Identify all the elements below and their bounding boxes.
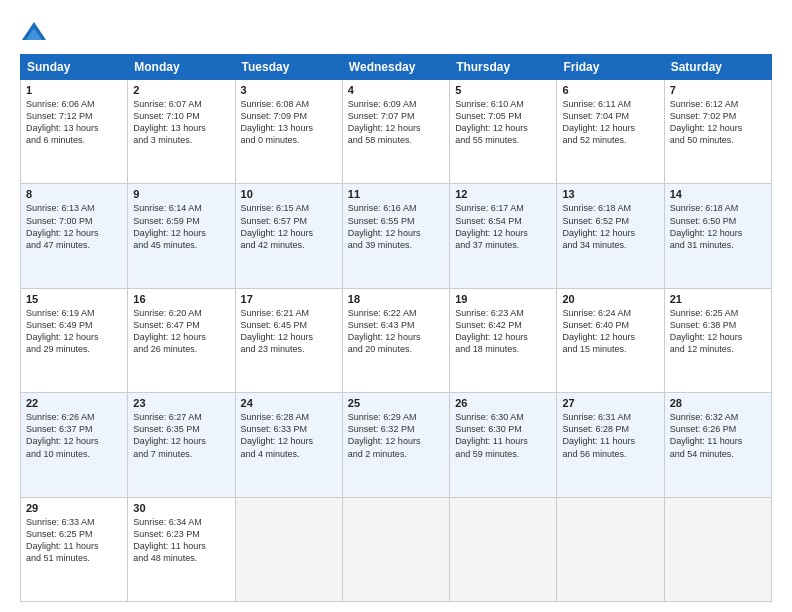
day-cell: 15Sunrise: 6:19 AMSunset: 6:49 PMDayligh… bbox=[21, 288, 128, 392]
calendar-table: SundayMondayTuesdayWednesdayThursdayFrid… bbox=[20, 54, 772, 602]
day-number: 11 bbox=[348, 188, 444, 200]
day-number: 17 bbox=[241, 293, 337, 305]
day-cell: 29Sunrise: 6:33 AMSunset: 6:25 PMDayligh… bbox=[21, 497, 128, 601]
day-details: Sunrise: 6:06 AMSunset: 7:12 PMDaylight:… bbox=[26, 98, 122, 147]
day-cell bbox=[342, 497, 449, 601]
day-details: Sunrise: 6:20 AMSunset: 6:47 PMDaylight:… bbox=[133, 307, 229, 356]
day-details: Sunrise: 6:14 AMSunset: 6:59 PMDaylight:… bbox=[133, 202, 229, 251]
header-row: SundayMondayTuesdayWednesdayThursdayFrid… bbox=[21, 55, 772, 80]
day-number: 8 bbox=[26, 188, 122, 200]
day-details: Sunrise: 6:17 AMSunset: 6:54 PMDaylight:… bbox=[455, 202, 551, 251]
day-details: Sunrise: 6:33 AMSunset: 6:25 PMDaylight:… bbox=[26, 516, 122, 565]
day-details: Sunrise: 6:11 AMSunset: 7:04 PMDaylight:… bbox=[562, 98, 658, 147]
day-details: Sunrise: 6:27 AMSunset: 6:35 PMDaylight:… bbox=[133, 411, 229, 460]
day-details: Sunrise: 6:07 AMSunset: 7:10 PMDaylight:… bbox=[133, 98, 229, 147]
day-number: 7 bbox=[670, 84, 766, 96]
day-number: 27 bbox=[562, 397, 658, 409]
day-details: Sunrise: 6:32 AMSunset: 6:26 PMDaylight:… bbox=[670, 411, 766, 460]
day-number: 5 bbox=[455, 84, 551, 96]
week-row-5: 29Sunrise: 6:33 AMSunset: 6:25 PMDayligh… bbox=[21, 497, 772, 601]
day-cell bbox=[235, 497, 342, 601]
day-number: 26 bbox=[455, 397, 551, 409]
header bbox=[20, 18, 772, 46]
day-cell: 4Sunrise: 6:09 AMSunset: 7:07 PMDaylight… bbox=[342, 80, 449, 184]
day-cell: 10Sunrise: 6:15 AMSunset: 6:57 PMDayligh… bbox=[235, 184, 342, 288]
day-cell: 27Sunrise: 6:31 AMSunset: 6:28 PMDayligh… bbox=[557, 393, 664, 497]
day-details: Sunrise: 6:34 AMSunset: 6:23 PMDaylight:… bbox=[133, 516, 229, 565]
day-cell bbox=[450, 497, 557, 601]
day-details: Sunrise: 6:12 AMSunset: 7:02 PMDaylight:… bbox=[670, 98, 766, 147]
day-number: 16 bbox=[133, 293, 229, 305]
day-number: 18 bbox=[348, 293, 444, 305]
week-row-3: 15Sunrise: 6:19 AMSunset: 6:49 PMDayligh… bbox=[21, 288, 772, 392]
day-cell: 2Sunrise: 6:07 AMSunset: 7:10 PMDaylight… bbox=[128, 80, 235, 184]
day-details: Sunrise: 6:08 AMSunset: 7:09 PMDaylight:… bbox=[241, 98, 337, 147]
day-details: Sunrise: 6:31 AMSunset: 6:28 PMDaylight:… bbox=[562, 411, 658, 460]
day-cell: 12Sunrise: 6:17 AMSunset: 6:54 PMDayligh… bbox=[450, 184, 557, 288]
day-cell: 5Sunrise: 6:10 AMSunset: 7:05 PMDaylight… bbox=[450, 80, 557, 184]
day-details: Sunrise: 6:25 AMSunset: 6:38 PMDaylight:… bbox=[670, 307, 766, 356]
day-details: Sunrise: 6:13 AMSunset: 7:00 PMDaylight:… bbox=[26, 202, 122, 251]
day-details: Sunrise: 6:23 AMSunset: 6:42 PMDaylight:… bbox=[455, 307, 551, 356]
day-details: Sunrise: 6:28 AMSunset: 6:33 PMDaylight:… bbox=[241, 411, 337, 460]
day-details: Sunrise: 6:22 AMSunset: 6:43 PMDaylight:… bbox=[348, 307, 444, 356]
day-cell: 21Sunrise: 6:25 AMSunset: 6:38 PMDayligh… bbox=[664, 288, 771, 392]
day-details: Sunrise: 6:21 AMSunset: 6:45 PMDaylight:… bbox=[241, 307, 337, 356]
day-cell: 16Sunrise: 6:20 AMSunset: 6:47 PMDayligh… bbox=[128, 288, 235, 392]
day-cell bbox=[664, 497, 771, 601]
day-number: 6 bbox=[562, 84, 658, 96]
week-row-2: 8Sunrise: 6:13 AMSunset: 7:00 PMDaylight… bbox=[21, 184, 772, 288]
day-cell: 23Sunrise: 6:27 AMSunset: 6:35 PMDayligh… bbox=[128, 393, 235, 497]
day-number: 4 bbox=[348, 84, 444, 96]
day-cell: 25Sunrise: 6:29 AMSunset: 6:32 PMDayligh… bbox=[342, 393, 449, 497]
day-cell: 13Sunrise: 6:18 AMSunset: 6:52 PMDayligh… bbox=[557, 184, 664, 288]
day-details: Sunrise: 6:15 AMSunset: 6:57 PMDaylight:… bbox=[241, 202, 337, 251]
day-number: 12 bbox=[455, 188, 551, 200]
day-number: 14 bbox=[670, 188, 766, 200]
day-number: 1 bbox=[26, 84, 122, 96]
day-number: 23 bbox=[133, 397, 229, 409]
day-number: 2 bbox=[133, 84, 229, 96]
week-row-1: 1Sunrise: 6:06 AMSunset: 7:12 PMDaylight… bbox=[21, 80, 772, 184]
day-number: 21 bbox=[670, 293, 766, 305]
day-details: Sunrise: 6:24 AMSunset: 6:40 PMDaylight:… bbox=[562, 307, 658, 356]
day-details: Sunrise: 6:18 AMSunset: 6:50 PMDaylight:… bbox=[670, 202, 766, 251]
day-number: 22 bbox=[26, 397, 122, 409]
col-header-sunday: Sunday bbox=[21, 55, 128, 80]
week-row-4: 22Sunrise: 6:26 AMSunset: 6:37 PMDayligh… bbox=[21, 393, 772, 497]
logo-icon bbox=[20, 18, 48, 46]
day-cell: 1Sunrise: 6:06 AMSunset: 7:12 PMDaylight… bbox=[21, 80, 128, 184]
day-cell: 20Sunrise: 6:24 AMSunset: 6:40 PMDayligh… bbox=[557, 288, 664, 392]
day-cell: 19Sunrise: 6:23 AMSunset: 6:42 PMDayligh… bbox=[450, 288, 557, 392]
page: SundayMondayTuesdayWednesdayThursdayFrid… bbox=[0, 0, 792, 612]
day-cell: 22Sunrise: 6:26 AMSunset: 6:37 PMDayligh… bbox=[21, 393, 128, 497]
day-cell: 11Sunrise: 6:16 AMSunset: 6:55 PMDayligh… bbox=[342, 184, 449, 288]
day-number: 19 bbox=[455, 293, 551, 305]
day-cell: 30Sunrise: 6:34 AMSunset: 6:23 PMDayligh… bbox=[128, 497, 235, 601]
day-details: Sunrise: 6:30 AMSunset: 6:30 PMDaylight:… bbox=[455, 411, 551, 460]
day-number: 3 bbox=[241, 84, 337, 96]
day-cell: 18Sunrise: 6:22 AMSunset: 6:43 PMDayligh… bbox=[342, 288, 449, 392]
day-details: Sunrise: 6:10 AMSunset: 7:05 PMDaylight:… bbox=[455, 98, 551, 147]
day-details: Sunrise: 6:18 AMSunset: 6:52 PMDaylight:… bbox=[562, 202, 658, 251]
day-number: 9 bbox=[133, 188, 229, 200]
col-header-monday: Monday bbox=[128, 55, 235, 80]
day-number: 13 bbox=[562, 188, 658, 200]
day-cell bbox=[557, 497, 664, 601]
day-cell: 8Sunrise: 6:13 AMSunset: 7:00 PMDaylight… bbox=[21, 184, 128, 288]
col-header-tuesday: Tuesday bbox=[235, 55, 342, 80]
day-details: Sunrise: 6:16 AMSunset: 6:55 PMDaylight:… bbox=[348, 202, 444, 251]
day-number: 30 bbox=[133, 502, 229, 514]
day-details: Sunrise: 6:26 AMSunset: 6:37 PMDaylight:… bbox=[26, 411, 122, 460]
day-cell: 3Sunrise: 6:08 AMSunset: 7:09 PMDaylight… bbox=[235, 80, 342, 184]
logo bbox=[20, 18, 52, 46]
col-header-friday: Friday bbox=[557, 55, 664, 80]
day-cell: 7Sunrise: 6:12 AMSunset: 7:02 PMDaylight… bbox=[664, 80, 771, 184]
col-header-saturday: Saturday bbox=[664, 55, 771, 80]
day-cell: 6Sunrise: 6:11 AMSunset: 7:04 PMDaylight… bbox=[557, 80, 664, 184]
day-cell: 9Sunrise: 6:14 AMSunset: 6:59 PMDaylight… bbox=[128, 184, 235, 288]
day-cell: 26Sunrise: 6:30 AMSunset: 6:30 PMDayligh… bbox=[450, 393, 557, 497]
day-number: 20 bbox=[562, 293, 658, 305]
day-cell: 28Sunrise: 6:32 AMSunset: 6:26 PMDayligh… bbox=[664, 393, 771, 497]
day-details: Sunrise: 6:29 AMSunset: 6:32 PMDaylight:… bbox=[348, 411, 444, 460]
